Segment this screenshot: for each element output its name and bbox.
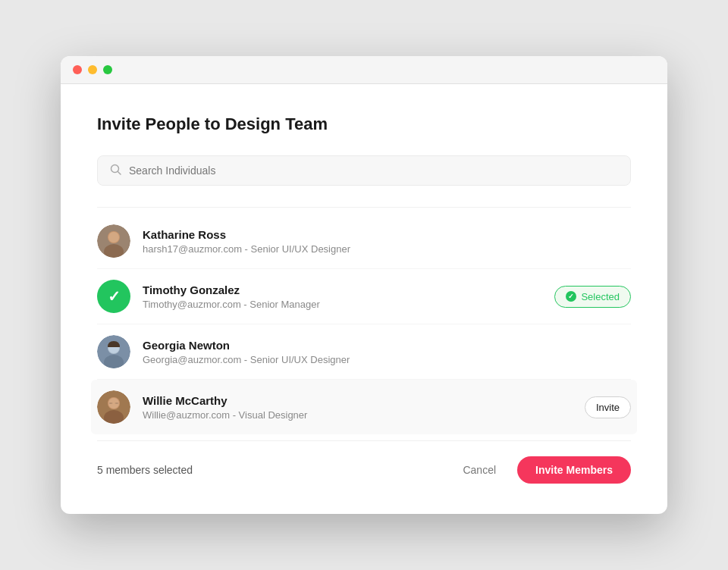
person-name: Georgia Newton — [143, 339, 631, 352]
footer-actions: Cancel Invite Members — [453, 456, 631, 484]
list-item: ✓ Timothy Gonzalez Timothy@auzmor.com - … — [97, 269, 631, 324]
search-icon — [110, 164, 121, 177]
invite-label: Invite — [596, 402, 620, 413]
search-input[interactable] — [129, 164, 618, 177]
person-name: Katharine Ross — [143, 228, 631, 241]
avatar — [97, 224, 130, 258]
cancel-button[interactable]: Cancel — [453, 458, 505, 482]
titlebar — [61, 56, 667, 84]
check-icon: ✓ — [108, 287, 121, 305]
avatar — [97, 335, 130, 368]
avatar — [97, 390, 130, 424]
svg-line-1 — [118, 172, 121, 175]
person-info: Willie McCarthy Willie@auzmor.com - Visu… — [143, 394, 585, 421]
modal-content: Invite People to Design Team — [61, 84, 667, 514]
divider — [97, 207, 631, 208]
members-count: 5 members selected — [97, 464, 193, 476]
page-title: Invite People to Design Team — [97, 114, 631, 134]
selected-label: Selected — [581, 291, 620, 302]
list-item: Willie McCarthy Willie@auzmor.com - Visu… — [91, 380, 637, 434]
search-bar[interactable] — [97, 155, 631, 186]
selected-badge[interactable]: ✓ Selected — [554, 286, 631, 308]
check-circle-icon: ✓ — [566, 291, 576, 302]
person-meta: Georgia@auzmor.com - Senior UI/UX Design… — [143, 354, 631, 365]
dot-minimize[interactable] — [88, 65, 97, 74]
list-item: Katharine Ross harsh17@auzmor.com - Seni… — [97, 214, 631, 269]
person-list: Katharine Ross harsh17@auzmor.com - Seni… — [97, 214, 631, 434]
avatar: ✓ — [97, 280, 130, 313]
invite-members-button[interactable]: Invite Members — [517, 456, 631, 484]
footer: 5 members selected Cancel Invite Members — [97, 440, 631, 490]
person-meta: Timothy@auzmor.com - Senior Manager — [143, 299, 554, 310]
person-name: Willie McCarthy — [143, 394, 585, 407]
dot-close[interactable] — [73, 65, 82, 74]
invite-badge[interactable]: Invite — [585, 396, 631, 418]
dot-maximize[interactable] — [103, 65, 112, 74]
person-name: Timothy Gonzalez — [143, 283, 554, 296]
person-info: Timothy Gonzalez Timothy@auzmor.com - Se… — [143, 283, 554, 310]
list-item: Georgia Newton Georgia@auzmor.com - Seni… — [97, 324, 631, 380]
modal-window: Invite People to Design Team — [61, 56, 667, 514]
person-meta: harsh17@auzmor.com - Senior UI/UX Design… — [143, 243, 631, 255]
person-info: Katharine Ross harsh17@auzmor.com - Seni… — [143, 228, 631, 255]
svg-point-5 — [108, 232, 119, 243]
person-info: Georgia Newton Georgia@auzmor.com - Seni… — [143, 339, 631, 365]
person-meta: Willie@auzmor.com - Visual Designer — [143, 409, 585, 421]
